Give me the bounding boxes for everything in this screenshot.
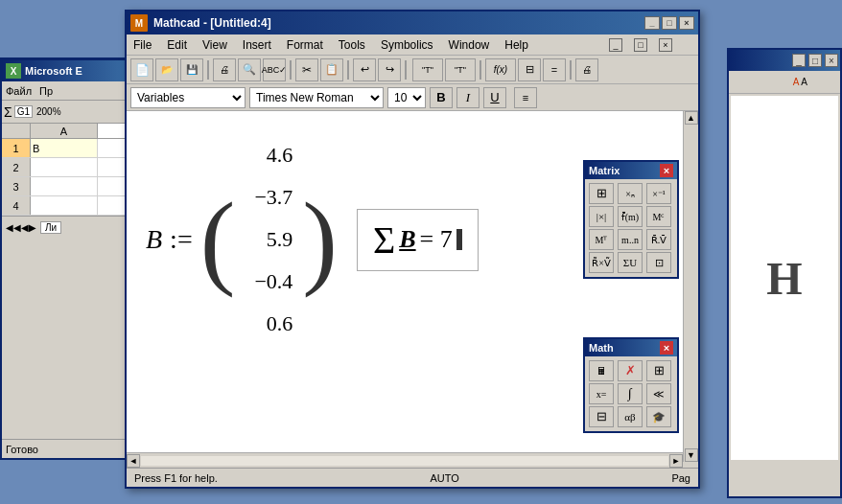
restore-button[interactable]: □ <box>808 54 822 67</box>
text-mode[interactable]: "T" <box>412 58 443 81</box>
palette-btn-rxv[interactable]: R̃×Ṽ <box>589 252 614 273</box>
menu-help[interactable]: Help <box>502 37 531 53</box>
matrix-palette-close-button[interactable]: × <box>660 164 673 177</box>
new-button[interactable]: 📄 <box>130 58 153 81</box>
col-a-header: A <box>31 124 98 138</box>
minimize-button[interactable]: _ <box>644 16 660 30</box>
excel-window: X Microsoft E Файл Пр Σ G1 200% A 1 B 2 … <box>0 57 134 460</box>
math-btn-grad[interactable]: 🎓 <box>646 406 671 427</box>
assign-operator: := <box>170 224 193 255</box>
open-button[interactable]: 📂 <box>155 58 178 81</box>
menu-window[interactable]: Window <box>446 37 493 53</box>
table-row[interactable]: 1 B <box>2 139 132 158</box>
units-button[interactable]: ⊟ <box>518 58 541 81</box>
palette-btn-mc[interactable]: Mᶜ <box>646 206 671 227</box>
namebox[interactable]: G1 <box>14 105 33 118</box>
menu-tools[interactable]: Tools <box>336 37 368 53</box>
menu-insert[interactable]: Insert <box>240 37 274 53</box>
palette-btn-sum[interactable]: ΣU <box>618 252 643 273</box>
text-mode2[interactable]: "T" <box>445 58 476 81</box>
style-select[interactable]: Variables <box>130 87 246 108</box>
menu-edit[interactable]: Edit <box>164 37 190 53</box>
sheet-nav[interactable]: ◀◀◀▶ <box>6 222 36 233</box>
math-btn-calc[interactable]: 🖩 <box>589 360 614 381</box>
palette-btn-xinv[interactable]: ×⁻¹ <box>646 183 671 204</box>
menu-file[interactable]: File <box>130 37 154 53</box>
excel-status-text: Готово <box>6 444 38 455</box>
math-btn-less[interactable]: ≪ <box>646 383 671 404</box>
right-titlebar: _ □ × <box>729 50 840 71</box>
text-mode-buttons: "T" "T" <box>412 58 476 81</box>
undo-button[interactable]: ↩ <box>353 58 376 81</box>
sheet-tab[interactable]: Ли <box>40 221 61 234</box>
scroll-right-button[interactable]: ► <box>669 454 683 468</box>
inner-restore[interactable]: □ <box>634 38 647 52</box>
palette-btn-mn[interactable]: m..n <box>618 229 643 250</box>
math-btn-cross[interactable]: ✗ <box>618 360 643 381</box>
minimize-button[interactable]: _ <box>792 54 806 67</box>
help-text: Press F1 for help. <box>134 472 218 484</box>
underline-button[interactable]: U <box>483 87 506 108</box>
math-btn-alpha[interactable]: αβ <box>618 406 643 427</box>
cut-button[interactable]: ✂ <box>295 58 318 81</box>
align-buttons: ≡ <box>514 87 537 108</box>
excel-grid-header: A <box>2 124 132 139</box>
mathcad-statusbar: Press F1 for help. AUTO Pag <box>127 468 698 487</box>
print-button[interactable]: 🖨 <box>213 58 236 81</box>
menu-view[interactable]: View <box>199 37 230 53</box>
font-select[interactable]: Times New Roman <box>249 87 384 108</box>
print2-button[interactable]: 🖨 <box>575 58 598 81</box>
font-color-icon: A <box>801 77 807 87</box>
bold-button[interactable]: B <box>430 87 453 108</box>
mathcad-win-controls[interactable]: _ □ × <box>644 16 694 30</box>
palette-btn-fm[interactable]: f̄(m) <box>618 206 643 227</box>
math-btn-integral[interactable]: ∫ <box>618 383 643 404</box>
size-select[interactable]: 10 <box>387 87 426 108</box>
palette-btn-xn[interactable]: ×ₙ <box>618 183 643 204</box>
function-button[interactable]: f(x) <box>485 58 516 81</box>
color-icon: A <box>793 77 800 87</box>
cell[interactable] <box>31 158 98 176</box>
menu-format[interactable]: Format <box>284 37 326 53</box>
math-palette-content: 🖩 ✗ ⊞ x= ∫ ≪ ⊟ αβ 🎓 <box>585 356 677 431</box>
excel-menu-file[interactable]: Файл <box>6 85 32 97</box>
inner-close[interactable]: × <box>659 38 672 52</box>
cell[interactable]: B <box>31 139 98 157</box>
table-row[interactable]: 3 <box>2 177 132 196</box>
sigma-icon: Σ <box>4 104 12 120</box>
separator <box>570 60 572 80</box>
table-row[interactable]: 2 <box>2 158 132 177</box>
cell[interactable] <box>31 177 98 195</box>
math-palette-close-button[interactable]: × <box>660 341 673 355</box>
palette-btn-abs[interactable]: |×| <box>589 206 614 227</box>
menu-symbolics[interactable]: Symbolics <box>378 37 436 53</box>
spellcheck-button[interactable]: ABC✓ <box>263 58 286 81</box>
table-row[interactable]: 4 <box>2 196 132 216</box>
save-button[interactable]: 💾 <box>180 58 203 81</box>
math-btn-equals[interactable]: x= <box>589 383 614 404</box>
palette-btn-mt[interactable]: Mᵀ <box>589 229 614 250</box>
close-button[interactable]: × <box>825 54 838 67</box>
palette-btn-grid[interactable]: ⊞ <box>589 183 614 204</box>
copy-button[interactable]: 📋 <box>320 58 343 81</box>
restore-button[interactable]: □ <box>662 16 677 30</box>
math-palette: Math × 🖩 ✗ ⊞ x= ∫ ≪ ⊟ αβ 🎓 <box>583 337 679 433</box>
align-left-button[interactable]: ≡ <box>514 87 537 108</box>
scroll-left-button[interactable]: ◄ <box>127 454 140 468</box>
redo-button[interactable]: ↪ <box>378 58 401 81</box>
italic-button[interactable]: I <box>456 87 479 108</box>
preview-button[interactable]: 🔍 <box>238 58 261 81</box>
excel-sheet-tabs[interactable]: ◀◀◀▶ Ли <box>2 216 132 239</box>
math-btn-minus[interactable]: ⊟ <box>589 406 614 427</box>
palette-btn-special[interactable]: ⊡ <box>646 252 671 273</box>
scroll-thumb[interactable] <box>141 456 668 466</box>
mathcad-icon: M <box>130 14 148 32</box>
inner-minimize[interactable]: _ <box>609 38 622 52</box>
close-button[interactable]: × <box>679 16 694 30</box>
equals-button[interactable]: = <box>543 58 566 81</box>
math-btn-matrix[interactable]: ⊞ <box>646 360 671 381</box>
palette-btn-rv[interactable]: R̄.V̄ <box>646 229 671 250</box>
horizontal-scrollbar[interactable]: ◄ ► <box>127 452 683 468</box>
cell[interactable] <box>31 196 98 215</box>
excel-menu-pr[interactable]: Пр <box>39 85 53 97</box>
